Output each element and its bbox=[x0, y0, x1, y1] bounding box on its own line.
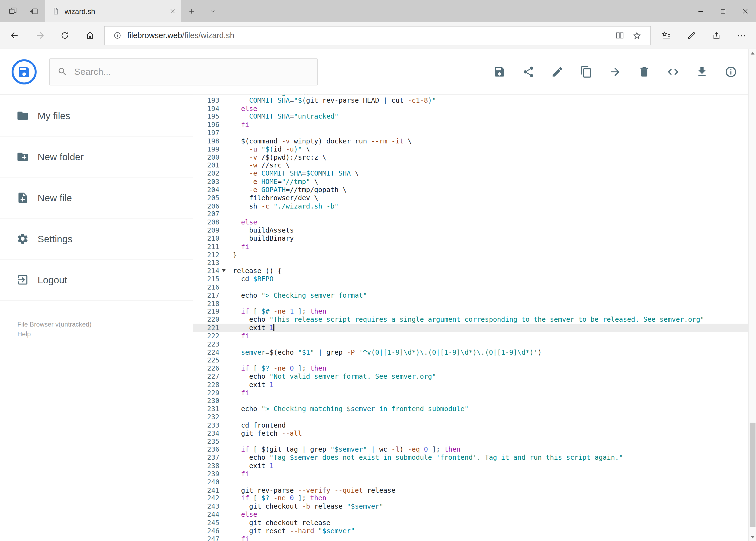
tab-list-chevron-icon[interactable] bbox=[202, 0, 223, 22]
code-line-235[interactable]: 235 bbox=[193, 437, 756, 446]
code-line-221[interactable]: 221 exit 1 bbox=[193, 324, 756, 332]
code-line-201[interactable]: 201 -w //src \ bbox=[193, 161, 756, 169]
favorite-star-icon[interactable] bbox=[629, 31, 645, 40]
code-line-227[interactable]: 227 echo "Not valid semver format. See s… bbox=[193, 372, 756, 380]
page-scrollbar[interactable] bbox=[748, 49, 756, 541]
search-box[interactable] bbox=[49, 58, 318, 85]
edit-button[interactable] bbox=[543, 57, 572, 86]
code-line-217[interactable]: 217 echo "> Checking semver format" bbox=[193, 291, 756, 299]
line-number[interactable]: 246 bbox=[193, 527, 219, 535]
info-button[interactable] bbox=[717, 57, 745, 86]
code-line-206[interactable]: 206 sh -c "./wizard.sh -b" bbox=[193, 202, 756, 210]
delete-button[interactable] bbox=[630, 57, 658, 86]
line-number[interactable]: 193 bbox=[193, 96, 219, 105]
code-line-222[interactable]: 222 fi bbox=[193, 332, 756, 340]
window-close-icon[interactable] bbox=[734, 0, 756, 22]
line-number[interactable]: 205 bbox=[193, 194, 219, 202]
code-line-234[interactable]: 234 git fetch --all bbox=[193, 429, 756, 437]
hub-icon[interactable] bbox=[654, 22, 679, 49]
line-number[interactable]: 220 bbox=[193, 316, 219, 324]
code-line-243[interactable]: 243 git checkout -b release "$semver" bbox=[193, 502, 756, 510]
code-line-197[interactable]: 197 bbox=[193, 129, 756, 137]
fold-marker-icon[interactable] bbox=[222, 269, 226, 272]
line-number[interactable]: 206 bbox=[193, 202, 219, 210]
line-number[interactable]: 204 bbox=[193, 186, 219, 194]
code-line-215[interactable]: 215 cd $REPO bbox=[193, 275, 756, 283]
scrollbar-thumb[interactable] bbox=[750, 423, 755, 527]
line-number[interactable]: 224 bbox=[193, 348, 219, 356]
line-number[interactable]: 213 bbox=[193, 259, 219, 267]
line-number[interactable]: 222 bbox=[193, 332, 219, 340]
line-number[interactable]: 203 bbox=[193, 178, 219, 186]
line-number[interactable]: 228 bbox=[193, 380, 219, 389]
code-line-204[interactable]: 204 -e GOPATH=//tmp/gopath \ bbox=[193, 186, 756, 194]
scroll-down-icon[interactable] bbox=[749, 533, 756, 541]
code-line-218[interactable]: 218 bbox=[193, 299, 756, 307]
more-icon[interactable] bbox=[729, 22, 754, 49]
line-number[interactable]: 230 bbox=[193, 397, 219, 405]
line-number[interactable]: 200 bbox=[193, 153, 219, 161]
line-number[interactable]: 234 bbox=[193, 429, 219, 437]
back-icon[interactable] bbox=[2, 22, 27, 49]
tab-preview-icon[interactable] bbox=[2, 0, 23, 22]
line-number[interactable]: 236 bbox=[193, 446, 219, 454]
code-line-198[interactable]: 198 $(command -v winpty) docker run --rm… bbox=[193, 137, 756, 145]
save-button[interactable] bbox=[485, 57, 514, 86]
code-line-195[interactable]: 195 COMMIT_SHA="untracked" bbox=[193, 113, 756, 121]
line-number[interactable]: 219 bbox=[193, 307, 219, 316]
line-number[interactable]: 195 bbox=[193, 113, 219, 121]
line-number[interactable]: 226 bbox=[193, 364, 219, 372]
line-number[interactable]: 216 bbox=[193, 283, 219, 291]
web-note-icon[interactable] bbox=[679, 22, 704, 49]
line-number[interactable]: 231 bbox=[193, 405, 219, 413]
code-line-223[interactable]: 223 bbox=[193, 340, 756, 348]
line-number[interactable]: 201 bbox=[193, 161, 219, 169]
line-number[interactable]: 194 bbox=[193, 105, 219, 113]
code-line-212[interactable]: 212} bbox=[193, 251, 756, 259]
code-line-210[interactable]: 210 buildBinary bbox=[193, 235, 756, 243]
line-number[interactable]: 212 bbox=[193, 251, 219, 259]
code-button[interactable] bbox=[658, 57, 687, 86]
sidebar-item-logout[interactable]: Logout bbox=[0, 260, 193, 300]
line-number[interactable]: 244 bbox=[193, 510, 219, 519]
line-number[interactable]: 199 bbox=[193, 145, 219, 153]
search-input[interactable] bbox=[74, 66, 310, 77]
line-number[interactable]: 196 bbox=[193, 121, 219, 129]
line-number[interactable]: 227 bbox=[193, 372, 219, 380]
line-number[interactable]: 198 bbox=[193, 137, 219, 145]
sidebar-item-settings[interactable]: Settings bbox=[0, 219, 193, 260]
site-info-icon[interactable] bbox=[110, 31, 126, 39]
url-field[interactable]: filebrowser.web/files/wizard.sh bbox=[104, 26, 651, 45]
new-tab-icon[interactable] bbox=[181, 0, 202, 22]
share-edge-icon[interactable] bbox=[704, 22, 729, 49]
code-line-202[interactable]: 202 -e COMMIT_SHA=$COMMIT_SHA \ bbox=[193, 170, 756, 178]
scroll-up-icon[interactable] bbox=[749, 49, 756, 57]
code-line-219[interactable]: 219 if [ $# -ne 1 ]; then bbox=[193, 307, 756, 316]
line-number[interactable]: 240 bbox=[193, 478, 219, 486]
code-line-208[interactable]: 208 else bbox=[193, 218, 756, 226]
line-number[interactable]: 207 bbox=[193, 210, 219, 218]
code-line-194[interactable]: 194 else bbox=[193, 105, 756, 113]
code-line-200[interactable]: 200 -v /$(pwd):/src:z \ bbox=[193, 153, 756, 161]
line-number[interactable]: 214 bbox=[193, 267, 219, 275]
code-line-203[interactable]: 203 -e HOME="//tmp" \ bbox=[193, 178, 756, 186]
line-number[interactable]: 233 bbox=[193, 421, 219, 429]
browser-tab[interactable]: wizard.sh bbox=[45, 0, 181, 22]
code-line-213[interactable]: 213 bbox=[193, 259, 756, 267]
code-line-216[interactable]: 216 bbox=[193, 283, 756, 291]
minimize-icon[interactable] bbox=[689, 0, 711, 22]
line-number[interactable]: 237 bbox=[193, 454, 219, 462]
code-line-229[interactable]: 229 fi bbox=[193, 389, 756, 397]
line-number[interactable]: 225 bbox=[193, 356, 219, 364]
code-line-244[interactable]: 244 else bbox=[193, 510, 756, 519]
download-button[interactable] bbox=[687, 57, 716, 86]
tab-close-icon[interactable] bbox=[169, 8, 176, 15]
code-line-241[interactable]: 241 git rev-parse --verify --quiet relea… bbox=[193, 486, 756, 494]
code-line-220[interactable]: 220 echo "This release script requires a… bbox=[193, 316, 756, 324]
forward-icon[interactable] bbox=[27, 22, 52, 49]
code-line-236[interactable]: 236 if [ $(git tag | grep "$semver" | wc… bbox=[193, 446, 756, 454]
code-line-226[interactable]: 226 if [ $? -ne 0 ]; then bbox=[193, 364, 756, 372]
code-line-225[interactable]: 225 bbox=[193, 356, 756, 364]
code-line-245[interactable]: 245 git checkout release bbox=[193, 519, 756, 527]
line-number[interactable]: 238 bbox=[193, 462, 219, 470]
